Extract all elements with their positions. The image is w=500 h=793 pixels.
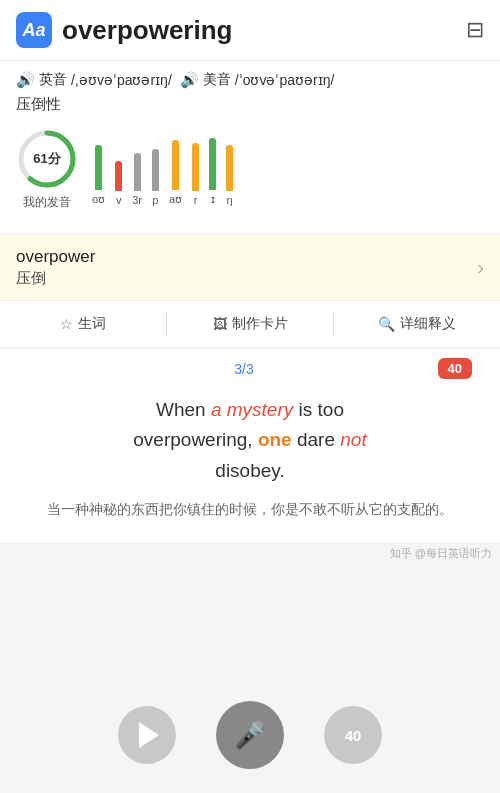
header-word: overpowering (62, 15, 466, 46)
sentence-section: 3/3 40 When a mystery is too overpowerin… (0, 350, 500, 542)
phoneme-item: 3r (132, 135, 142, 206)
score-circle: 61分 (16, 128, 78, 190)
phoneme-label: r (194, 194, 198, 206)
phoneme-item: aʊ (169, 134, 182, 206)
card-button[interactable]: 🖼 制作卡片 (167, 311, 334, 337)
toolbar: ☆ 生词 🖼 制作卡片 🔍 详细释义 (0, 300, 500, 348)
phoneme-bar (115, 161, 122, 191)
header: Aa overpowering ⊟ (0, 0, 500, 61)
bar-container (115, 135, 122, 191)
sentence-word-overpowering: overpowering, (133, 429, 258, 450)
page-indicator-row: 3/3 40 (0, 350, 500, 387)
phoneme-item: p (152, 135, 159, 206)
sentence-chinese: 当一种神秘的东西把你镇住的时候，你是不敢不听从它的支配的。 (0, 498, 500, 522)
search-icon: 🔍 (378, 316, 395, 332)
score-circle-wrapper: 61分 我的发音 (16, 128, 78, 211)
bar-container (192, 135, 199, 191)
phoneme-item: oʊ (92, 134, 105, 206)
uk-phonetic[interactable]: 🔊 英音 /ˌəʊvəˈpaʊərɪŋ/ (16, 71, 172, 89)
bar-container (209, 134, 216, 190)
play-button[interactable] (118, 706, 176, 764)
app-icon-letter: Aa (22, 20, 45, 41)
chinese-meaning-top: 压倒性 (16, 95, 484, 124)
count-badge: 40 (438, 358, 472, 379)
word-entry-content: overpower 压倒 (16, 247, 95, 288)
phoneme-bar (209, 138, 216, 190)
phoneme-label: v (116, 194, 122, 206)
phonetics-row: 🔊 英音 /ˌəʊvəˈpaʊərɪŋ/ 🔊 美音 /ˈoʊvəˈpaʊərɪŋ… (16, 71, 484, 89)
phoneme-bar (172, 140, 179, 190)
phoneme-bar (152, 149, 159, 191)
bottom-controls: 🎤 40 (0, 683, 500, 793)
bar-container (95, 134, 102, 190)
app-icon: Aa (16, 12, 52, 48)
phoneme-item: v (115, 135, 122, 206)
sentence-word-one: one (258, 429, 292, 450)
star-icon: ☆ (60, 316, 73, 332)
score-text: 61分 (33, 150, 60, 168)
phoneme-label: aʊ (169, 193, 182, 206)
phoneme-label: ɪ (211, 193, 215, 206)
phoneme-bar (134, 153, 141, 191)
word-entry-english: overpower (16, 247, 95, 267)
sentence-word-not: not (340, 429, 366, 450)
card-label: 制作卡片 (232, 315, 288, 333)
card-icon: 🖼 (213, 316, 227, 332)
mic-icon: 🎤 (234, 720, 266, 751)
us-ipa: /ˈoʊvəˈpaʊərɪŋ/ (235, 72, 335, 88)
pronunciation-section: 🔊 英音 /ˌəʊvəˈpaʊərɪŋ/ 🔊 美音 /ˈoʊvəˈpaʊərɪŋ… (0, 61, 500, 233)
bar-container (134, 135, 141, 191)
uk-ipa: /ˌəʊvəˈpaʊərɪŋ/ (71, 72, 172, 88)
definition-button[interactable]: 🔍 详细释义 (334, 311, 500, 337)
phoneme-bars: oʊv3rpaʊrɪŋ (92, 134, 484, 206)
chevron-right-icon: › (477, 256, 484, 279)
us-phonetic[interactable]: 🔊 美音 /ˈoʊvəˈpaʊərɪŋ/ (180, 71, 335, 89)
phoneme-bar (192, 143, 199, 191)
uk-speaker-icon[interactable]: 🔊 (16, 71, 35, 89)
mic-button[interactable]: 🎤 (216, 701, 284, 769)
bookmark-icon[interactable]: ⊟ (466, 17, 484, 43)
phoneme-item: ɪ (209, 134, 216, 206)
sentence-word-mystery: a mystery (211, 399, 293, 420)
phoneme-label: oʊ (92, 193, 105, 206)
us-speaker-icon[interactable]: 🔊 (180, 71, 199, 89)
sentence-word-dare: dare (292, 429, 341, 450)
phoneme-bar (226, 145, 233, 191)
vocab-button[interactable]: ☆ 生词 (0, 311, 167, 337)
phoneme-item: r (192, 135, 199, 206)
phoneme-label: ŋ (226, 194, 232, 206)
bar-container (226, 135, 233, 191)
phoneme-bar (95, 145, 102, 190)
watermark: 知乎 @每日英语听力 (0, 542, 500, 641)
play-icon (139, 722, 159, 748)
score-label: 我的发音 (23, 194, 71, 211)
definition-label: 详细释义 (400, 315, 456, 333)
speed-label: 40 (345, 727, 362, 744)
phoneme-label: 3r (132, 194, 142, 206)
us-label: 美音 (203, 71, 231, 89)
speed-button[interactable]: 40 (324, 706, 382, 764)
phoneme-label: p (152, 194, 158, 206)
bar-container (152, 135, 159, 191)
phoneme-item: ŋ (226, 135, 233, 206)
score-bars-row: 61分 我的发音 oʊv3rpaʊrɪŋ (16, 124, 484, 219)
uk-label: 英音 (39, 71, 67, 89)
vocab-label: 生词 (78, 315, 106, 333)
word-entry-chinese: 压倒 (16, 269, 95, 288)
page-indicator: 3/3 (168, 361, 320, 377)
sentence-english: When a mystery is too overpowering, one … (0, 387, 500, 498)
sentence-word-is-too: is too (293, 399, 344, 420)
bar-container (172, 134, 179, 190)
sentence-word-disobey: disobey. (215, 460, 284, 481)
sentence-word-when: When (156, 399, 211, 420)
word-entry[interactable]: overpower 压倒 › (0, 235, 500, 300)
